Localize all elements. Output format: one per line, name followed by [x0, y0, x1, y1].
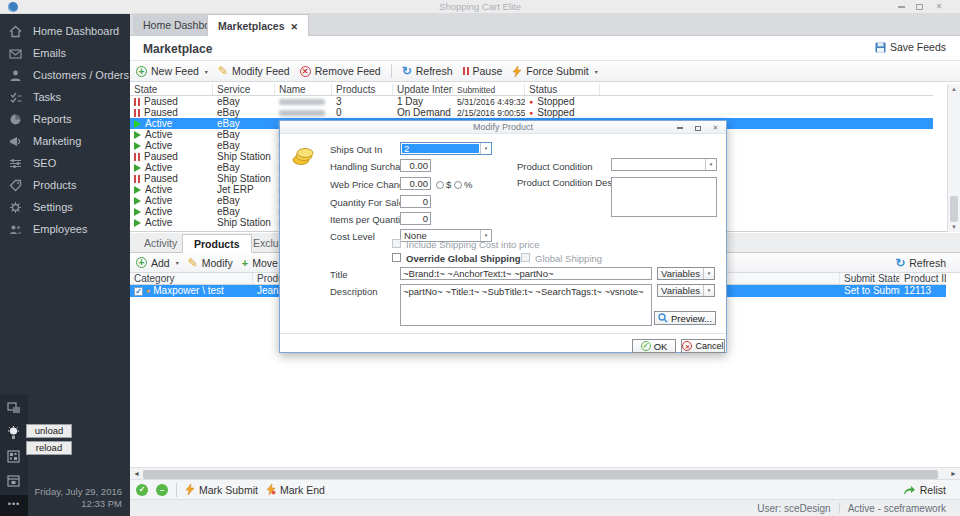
- radio-icon[interactable]: [454, 181, 462, 189]
- percent-radio[interactable]: %: [454, 179, 472, 190]
- quantity-for-sale-input[interactable]: 0: [400, 195, 431, 208]
- dialog-minimize-button[interactable]: [673, 122, 686, 133]
- column-header-service[interactable]: Service: [213, 84, 275, 95]
- cancel-x-icon: ✕: [682, 341, 692, 351]
- mark-submit-button[interactable]: Mark Submit: [185, 484, 258, 496]
- new-feed-button[interactable]: +New Feed▾: [136, 65, 208, 77]
- lightbulb-icon[interactable]: [7, 426, 20, 441]
- cancel-button[interactable]: ✕ Cancel: [681, 339, 725, 353]
- toolbar-separator: [176, 483, 177, 497]
- dialog-close-button[interactable]: ✕: [709, 122, 722, 133]
- column-header-submit-state[interactable]: Submit State: [840, 273, 900, 284]
- refresh-button[interactable]: ↻Refresh: [402, 64, 453, 78]
- sidebar-item-products[interactable]: Products: [0, 174, 130, 196]
- scroll-up-icon[interactable]: ▲: [948, 86, 960, 92]
- preview-button[interactable]: Preview...: [654, 311, 716, 325]
- ships-out-in-select[interactable]: 2 ▾: [400, 142, 492, 155]
- coins-icon: [292, 147, 316, 166]
- column-header-name[interactable]: Name: [275, 84, 332, 95]
- sidebar-item-emails[interactable]: Emails: [0, 42, 130, 64]
- title-variables-button[interactable]: Variables ▾: [657, 267, 715, 280]
- relist-button[interactable]: Relist: [903, 484, 946, 496]
- windows-icon[interactable]: [7, 402, 21, 414]
- column-header-update-interval[interactable]: Update Interval: [393, 84, 453, 95]
- sidebar-item-reports[interactable]: Reports: [0, 108, 130, 130]
- close-button[interactable]: ✕: [932, 1, 946, 13]
- override-global-shipping-checkbox[interactable]: [392, 253, 401, 262]
- title-input[interactable]: ~Brand:t~ ~AnchorText:t~ ~partNo~: [400, 267, 652, 280]
- sidebar-item-home-dashboard[interactable]: Home Dashboard: [0, 20, 130, 42]
- sidebar-item-marketing[interactable]: Marketing: [0, 130, 130, 152]
- minus-circle-icon[interactable]: –: [156, 484, 168, 496]
- sidebar-item-seo[interactable]: SEO: [0, 152, 130, 174]
- pause-icon: [463, 67, 469, 75]
- product-condition-description-textarea[interactable]: [611, 177, 717, 217]
- chevron-down-icon[interactable]: ▾: [480, 143, 491, 154]
- tab-strip: Home Dashboard Marketplaces✕: [130, 14, 960, 36]
- column-header-category[interactable]: Category: [130, 273, 253, 284]
- chevron-down-icon[interactable]: ▾: [705, 159, 716, 170]
- window-titlebar[interactable]: Shopping Cart Elite ✕: [0, 0, 960, 14]
- radio-icon[interactable]: [436, 181, 444, 189]
- column-header-product-id[interactable]: Product ID: [900, 273, 946, 284]
- add-button[interactable]: +Add▾: [136, 257, 179, 269]
- tag-icon: [9, 179, 22, 192]
- horizontal-scrollbar[interactable]: ◄ ►: [130, 467, 960, 480]
- pause-button[interactable]: Pause: [463, 65, 503, 77]
- tab-marketplaces[interactable]: Marketplaces✕: [207, 14, 309, 36]
- dollar-radio[interactable]: $: [436, 179, 451, 190]
- column-header-submitted[interactable]: Submitted: [453, 84, 525, 95]
- more-menu-button[interactable]: •••: [0, 495, 28, 516]
- sidebar-item-settings[interactable]: Settings: [0, 196, 130, 218]
- scroll-down-icon[interactable]: ▼: [948, 224, 960, 230]
- include-shipping-checkbox[interactable]: [392, 239, 401, 248]
- unload-button[interactable]: unload: [26, 424, 72, 438]
- sidebar-item-employees[interactable]: Employees: [0, 218, 130, 240]
- scrollbar-thumb[interactable]: [950, 196, 958, 222]
- items-per-quantity-input[interactable]: 0: [400, 212, 431, 225]
- pause-icon: [134, 153, 140, 161]
- column-header-status[interactable]: Status: [525, 84, 600, 95]
- column-header-products[interactable]: Products: [332, 84, 393, 95]
- scroll-left-icon[interactable]: ◄: [133, 470, 140, 477]
- global-shipping-checkbox[interactable]: [521, 253, 530, 262]
- save-feeds-button[interactable]: Save Feeds: [875, 41, 946, 53]
- pause-icon: [134, 109, 140, 117]
- sidebar-item-customers-orders[interactable]: Customers / Orders: [0, 64, 130, 86]
- redacted-name: [279, 110, 325, 116]
- tab-close-icon[interactable]: ✕: [291, 22, 299, 32]
- qr-grid-icon[interactable]: [7, 450, 20, 463]
- modify-feed-button[interactable]: ✎Modify Feed: [218, 64, 290, 78]
- refresh-icon: ↻: [402, 64, 412, 78]
- mark-end-button[interactable]: Mark End: [266, 484, 325, 496]
- remove-feed-button[interactable]: ✕Remove Feed: [300, 65, 381, 77]
- play-icon: [134, 208, 141, 216]
- calendar-icon[interactable]: [7, 474, 20, 487]
- status-session: Active - sceframework: [848, 503, 946, 514]
- reload-button[interactable]: reload: [26, 441, 72, 455]
- vertical-scrollbar[interactable]: ▲ ▼: [947, 84, 960, 232]
- modify-button[interactable]: ✎Modify: [188, 256, 233, 270]
- product-refresh-button[interactable]: ↻Refresh: [895, 256, 946, 270]
- minimize-button[interactable]: [894, 1, 908, 13]
- web-price-change-input[interactable]: 0.00: [400, 177, 431, 190]
- dialog-titlebar[interactable]: Modify Product ✕: [280, 121, 726, 134]
- restore-button[interactable]: [912, 1, 926, 13]
- scrollbar-thumb[interactable]: [143, 470, 938, 479]
- scroll-right-icon[interactable]: ►: [950, 470, 957, 477]
- column-header-state[interactable]: State: [130, 84, 213, 95]
- table-row[interactable]: Paused eBay 3 1 Day 5/31/2016 4:49:32 AM…: [130, 96, 933, 107]
- dialog-restore-button[interactable]: [691, 122, 704, 133]
- check-circle-icon[interactable]: ✓: [136, 484, 148, 496]
- tab-activity[interactable]: Activity: [133, 234, 188, 253]
- sidebar-item-tasks[interactable]: Tasks: [0, 86, 130, 108]
- force-submit-button[interactable]: Force Submit▾: [512, 65, 597, 77]
- product-condition-select[interactable]: ▾: [611, 158, 717, 171]
- ok-button[interactable]: ✓ OK: [632, 339, 676, 353]
- table-row[interactable]: Paused eBay 0 On Demand 2/15/2016 9:00:5…: [130, 107, 933, 118]
- description-variables-button[interactable]: Variables ▾: [657, 284, 715, 297]
- description-textarea[interactable]: ~partNo~ ~Title:t~ ~SubTitle:t~ ~SearchT…: [400, 284, 652, 326]
- row-checkbox[interactable]: ✓: [134, 287, 143, 296]
- panel-header: Marketplace Save Feeds: [130, 36, 960, 60]
- handling-surcharge-input[interactable]: 0.00: [400, 159, 431, 172]
